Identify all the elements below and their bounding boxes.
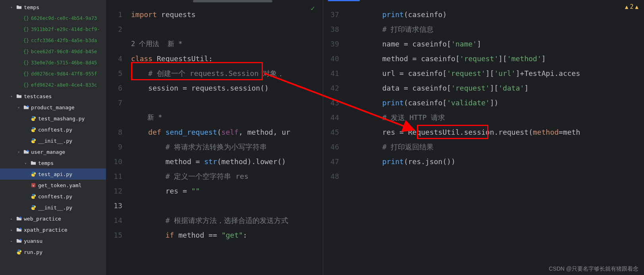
code-line[interactable]: # 打印请求信息 bbox=[348, 22, 644, 37]
scratch-icon: {} bbox=[23, 37, 29, 44]
code-line[interactable]: # 将请求方法转换为小写字符串 bbox=[131, 139, 323, 154]
code-line[interactable]: 2 个用法 新 * bbox=[131, 37, 323, 51]
chevron-icon[interactable] bbox=[16, 27, 21, 32]
chevron-icon[interactable] bbox=[23, 127, 29, 132]
tree-item-yuansu[interactable]: ▸yuansu bbox=[0, 235, 106, 246]
chevron-icon[interactable] bbox=[23, 194, 29, 199]
tree-item-xpath_practice[interactable]: ▸xpath_practice bbox=[0, 224, 106, 235]
chevron-icon[interactable] bbox=[16, 71, 21, 77]
chevron-icon[interactable] bbox=[23, 182, 29, 188]
tree-item-conftest-py[interactable]: conftest.py bbox=[0, 124, 106, 135]
chevron-icon[interactable] bbox=[16, 82, 21, 88]
code-line[interactable] bbox=[348, 169, 644, 184]
tree-item-dd0276ce-9d84-47f8-955f[interactable]: {}dd0276ce-9d84-47f8-955f bbox=[0, 68, 106, 79]
py-icon bbox=[30, 193, 37, 199]
chevron-icon[interactable] bbox=[16, 38, 21, 43]
chevron-icon[interactable]: ▸ bbox=[9, 227, 14, 232]
svg-point-0 bbox=[27, 105, 28, 107]
chevron-icon[interactable] bbox=[23, 171, 29, 177]
chevron-icon[interactable] bbox=[16, 60, 21, 66]
py-icon bbox=[30, 171, 37, 177]
tree-item-temps[interactable]: ▾temps bbox=[0, 2, 106, 13]
tree-label: test_mashang.py bbox=[38, 116, 85, 122]
code-line[interactable] bbox=[131, 95, 323, 110]
code-line[interactable]: 新 * bbox=[131, 110, 323, 125]
editor-right[interactable]: ▲ 2 ▲ 373839404142434445464748 print(cas… bbox=[323, 0, 644, 275]
chevron-icon[interactable] bbox=[16, 15, 21, 21]
watermark: CSDN @只要名字够长就有猪跟着念 bbox=[549, 265, 638, 273]
folder-icon bbox=[16, 4, 22, 10]
scratch-icon: {} bbox=[23, 60, 29, 66]
tree-item-product_manage[interactable]: ▾product_manage bbox=[0, 102, 106, 113]
tree-item-web_practice[interactable]: ▸web_practice bbox=[0, 213, 106, 224]
code-line[interactable]: # 根据请求方法，选择合适的发送方式 bbox=[131, 213, 323, 228]
tree-item-bcee62d7-96c0-49dd-b45e[interactable]: {}bcee62d7-96c0-49dd-b45e bbox=[0, 46, 106, 57]
code-line[interactable]: print(caseinfo) bbox=[348, 7, 644, 22]
code-line[interactable]: print(res.json()) bbox=[348, 154, 644, 169]
chevron-icon[interactable] bbox=[9, 249, 14, 255]
tree-label: run.py bbox=[24, 249, 42, 255]
code-line[interactable]: data = caseinfo['request']['data'] bbox=[348, 81, 644, 95]
tree-item-conftest-py[interactable]: conftest.py bbox=[0, 191, 106, 202]
tree-item-test_api-py[interactable]: test_api.py bbox=[0, 168, 106, 180]
tree-item-33e0e7de-5715-46be-8d45[interactable]: {}33e0e7de-5715-46be-8d45 bbox=[0, 57, 106, 68]
code-line[interactable]: # 打印返回结果 bbox=[348, 139, 644, 154]
code-line[interactable]: # 发送 HTTP 请求 bbox=[348, 110, 644, 125]
tree-label: web_practice bbox=[24, 216, 61, 222]
chevron-icon[interactable] bbox=[23, 116, 29, 121]
code-line[interactable]: method = str(method).lower() bbox=[131, 154, 323, 169]
chevron-icon[interactable]: ▾ bbox=[16, 105, 21, 110]
code-line[interactable]: def send_request(self, method, ur bbox=[131, 125, 323, 139]
tree-item-run-py[interactable]: run.py bbox=[0, 246, 106, 258]
tree-item-6626ec9d-ce0c-4b54-9a73[interactable]: {}6626ec9d-ce0c-4b54-9a73 bbox=[0, 13, 106, 24]
tree-item-efd96242-a8e0-4ce4-833c[interactable]: {}efd96242-a8e0-4ce4-833c bbox=[0, 79, 106, 91]
gutter-right: 373839404142434445464748 bbox=[323, 7, 344, 184]
pkg-icon bbox=[16, 215, 22, 222]
tree-item-ccfc3366-42fb-4a5e-b3da[interactable]: {}ccfc3366-42fb-4a5e-b3da bbox=[0, 35, 106, 46]
tree-item-test_mashang-py[interactable]: test_mashang.py bbox=[0, 113, 106, 124]
code-line[interactable] bbox=[131, 198, 323, 213]
code-line[interactable]: class RequestsUtil: bbox=[131, 51, 323, 66]
horizontal-scrollbar[interactable] bbox=[193, 0, 272, 2]
tree-item-temps[interactable]: ▸temps bbox=[0, 157, 106, 168]
code-line[interactable]: res = "" bbox=[131, 184, 323, 198]
code-line[interactable]: if method == "get": bbox=[131, 228, 323, 242]
tree-label: user_manage bbox=[31, 149, 65, 155]
code-line[interactable]: # 创建一个 requests.Session 对象， bbox=[131, 66, 323, 81]
code-line[interactable]: method = caseinfo['request']['method'] bbox=[348, 51, 644, 66]
chevron-icon[interactable] bbox=[23, 205, 29, 210]
chevron-icon[interactable]: ▾ bbox=[9, 93, 14, 99]
tree-item-__init__-py[interactable]: __init__.py bbox=[0, 202, 106, 213]
gutter-left: 12456789101112131415 bbox=[106, 7, 127, 242]
pkg-icon bbox=[16, 227, 22, 233]
tree-label: __init__.py bbox=[38, 205, 72, 211]
chevron-icon[interactable] bbox=[23, 138, 29, 143]
chevron-icon[interactable] bbox=[16, 49, 21, 54]
code-line[interactable]: import requests bbox=[131, 7, 323, 22]
tree-item-__init__-py[interactable]: __init__.py bbox=[0, 135, 106, 146]
chevron-icon[interactable]: ▾ bbox=[9, 4, 14, 10]
tree-item-testcases[interactable]: ▾testcases bbox=[0, 91, 106, 102]
chevron-icon[interactable]: ▸ bbox=[9, 216, 14, 221]
code-line[interactable]: url = caseinfo['request']['url']+TestApi… bbox=[348, 66, 644, 81]
code-line[interactable]: # 定义一个空字符串 res bbox=[131, 169, 323, 184]
py-icon bbox=[16, 249, 22, 255]
editor-left[interactable]: ✓ 12456789101112131415 import requests2 … bbox=[106, 0, 323, 275]
code-left[interactable]: import requests2 个用法 新 *class RequestsUt… bbox=[131, 7, 323, 242]
chevron-icon[interactable]: ▸ bbox=[23, 160, 29, 166]
scratch-icon: {} bbox=[23, 15, 29, 21]
code-line[interactable]: name = caseinfo['name'] bbox=[348, 37, 644, 51]
chevron-icon[interactable]: ▸ bbox=[9, 238, 14, 244]
tree-item-3911bb2f-e29c-414d-bcf9-[interactable]: {}3911bb2f-e29c-414d-bcf9- bbox=[0, 24, 106, 35]
chevron-icon[interactable]: ▾ bbox=[16, 149, 21, 155]
tree-label: conftest.py bbox=[38, 194, 72, 199]
code-line[interactable] bbox=[131, 22, 323, 37]
project-tree[interactable]: ▾temps{}6626ec9d-ce0c-4b54-9a73{}3911bb2… bbox=[0, 0, 106, 275]
code-right[interactable]: print(caseinfo) # 打印请求信息 name = caseinfo… bbox=[348, 7, 644, 184]
tree-item-get_token-yaml[interactable]: Yget_token.yaml bbox=[0, 180, 106, 191]
code-line[interactable]: res = RequestsUtil.session.request(metho… bbox=[348, 125, 644, 139]
code-line[interactable]: session = requests.session() bbox=[131, 81, 323, 95]
code-line[interactable]: print(caseinfo['validate']) bbox=[348, 95, 644, 110]
tree-item-user_manage[interactable]: ▾user_manage bbox=[0, 146, 106, 157]
tree-label: dd0276ce-9d84-47f8-955f bbox=[31, 71, 97, 77]
